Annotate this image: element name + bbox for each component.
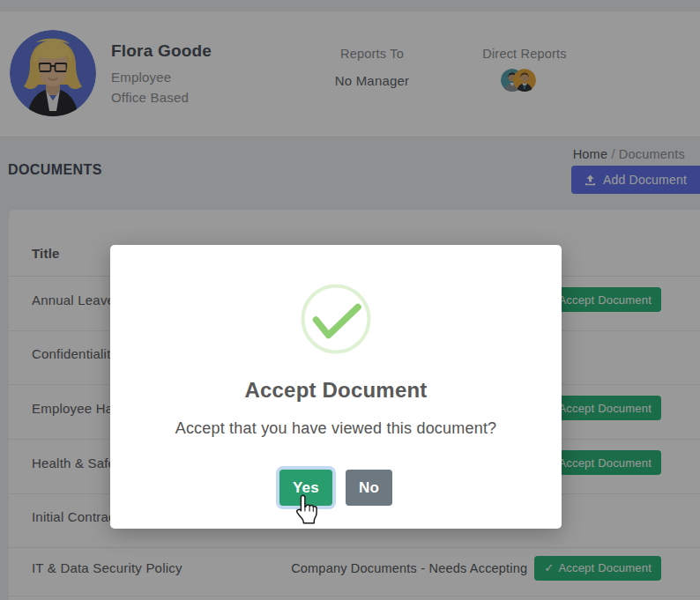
modal-message: Accept that you have viewed this documen… (110, 419, 562, 438)
no-button[interactable]: No (346, 470, 392, 506)
yes-button[interactable]: Yes (279, 470, 332, 506)
success-check-icon (301, 284, 371, 354)
modal-title: Accept Document (110, 378, 562, 403)
accept-document-modal: Accept Document Accept that you have vie… (110, 245, 562, 529)
modal-actions: Yes No (110, 470, 562, 506)
